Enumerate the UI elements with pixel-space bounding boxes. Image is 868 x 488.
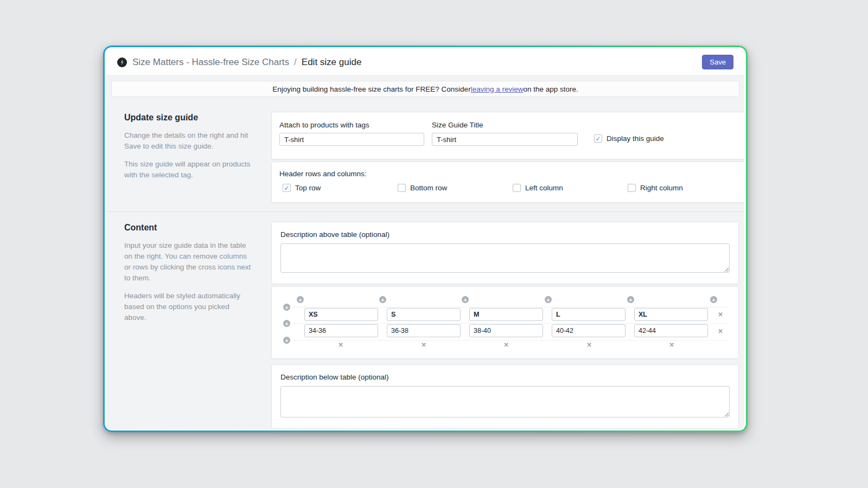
remove-column-icon[interactable]: ✕ bbox=[585, 341, 593, 349]
add-column-icon[interactable]: + bbox=[379, 296, 386, 303]
breadcrumb-separator: / bbox=[294, 57, 297, 68]
window-rim: Size Matters - Hassle-free Size Charts /… bbox=[105, 47, 746, 431]
review-banner: Enjoying building hassle-free size chart… bbox=[111, 81, 739, 97]
breadcrumb-page-title: Edit size guide bbox=[302, 57, 362, 68]
checkbox-icon[interactable]: ✓ bbox=[594, 134, 602, 143]
section-content: Content Input your size guide data in th… bbox=[106, 211, 744, 429]
title-field-group: Size Guide Title bbox=[432, 121, 578, 146]
bottom-row-label: Bottom row bbox=[410, 184, 447, 192]
add-column-icon[interactable]: + bbox=[297, 296, 304, 303]
title-field-label: Size Guide Title bbox=[432, 121, 578, 129]
checkbox-icon[interactable]: ✓ bbox=[398, 184, 406, 192]
main-area: Update size guide Change the details on … bbox=[106, 97, 744, 429]
banner-text-after: on the app store. bbox=[523, 85, 578, 93]
display-guide-group: ✓ Display this guide bbox=[594, 121, 664, 146]
table-cell-input[interactable] bbox=[552, 308, 626, 321]
table-cell-input[interactable] bbox=[304, 308, 378, 321]
add-column-icon[interactable]: + bbox=[627, 296, 634, 303]
content-section-paragraph-2: Headers will be styled automatically bas… bbox=[124, 291, 253, 323]
size-guide-title-input[interactable] bbox=[432, 133, 578, 146]
left-column-label: Left column bbox=[525, 184, 563, 192]
tags-field-group: Attach to products with tags bbox=[279, 121, 424, 146]
app-header: Size Matters - Hassle-free Size Charts /… bbox=[106, 49, 744, 76]
row-divider bbox=[292, 340, 729, 341]
checkbox-icon[interactable]: ✓ bbox=[283, 184, 291, 192]
remove-column-icon[interactable]: ✕ bbox=[420, 341, 427, 349]
save-button[interactable]: Save bbox=[702, 55, 733, 69]
app-window: Size Matters - Hassle-free Size Charts /… bbox=[103, 46, 748, 432]
header-options-card: Header rows and columns: ✓ Top row ✓ Bot… bbox=[271, 162, 744, 203]
table-cell-input[interactable] bbox=[387, 324, 461, 337]
header-options-label: Header rows and columns: bbox=[279, 170, 743, 178]
breadcrumb-app-name[interactable]: Size Matters - Hassle-free Size Charts bbox=[132, 57, 289, 68]
tags-input[interactable] bbox=[279, 133, 424, 146]
remove-column-icon[interactable]: ✕ bbox=[668, 341, 675, 349]
left-column-checkbox[interactable]: ✓ Left column bbox=[513, 184, 628, 192]
table-cell-input[interactable] bbox=[387, 308, 461, 321]
description-above-label: Description above table (optional) bbox=[280, 230, 730, 239]
window-content: Size Matters - Hassle-free Size Charts /… bbox=[106, 49, 744, 429]
top-row-checkbox[interactable]: ✓ Top row bbox=[283, 184, 398, 192]
bottom-row-checkbox[interactable]: ✓ Bottom row bbox=[398, 184, 513, 192]
update-section-paragraph-1: Change the details on the right and hit … bbox=[124, 130, 253, 152]
remove-row-icon[interactable]: ✕ bbox=[717, 311, 724, 318]
table-cell-input[interactable] bbox=[634, 308, 708, 321]
description-below-textarea[interactable] bbox=[280, 386, 730, 418]
table-cell-input[interactable] bbox=[552, 324, 626, 337]
table-cell-input[interactable] bbox=[304, 324, 378, 337]
add-row-icon[interactable]: + bbox=[283, 320, 290, 327]
right-column-label: Right column bbox=[640, 184, 683, 192]
checkbox-icon[interactable]: ✓ bbox=[628, 184, 636, 192]
description-below-card: Description below table (optional) bbox=[271, 364, 739, 429]
content-section-paragraph-1: Input your size guide data in the table … bbox=[124, 240, 253, 284]
add-column-icon[interactable]: + bbox=[710, 296, 717, 303]
row-divider bbox=[292, 307, 729, 307]
guide-settings-card: Attach to products with tags Size Guide … bbox=[271, 112, 744, 159]
table-cell-input[interactable] bbox=[469, 308, 543, 321]
display-guide-label: Display this guide bbox=[607, 134, 664, 143]
header-options-row: ✓ Top row ✓ Bottom row ✓ Left column bbox=[279, 184, 743, 192]
size-table-editor-card: + + + + + + + + + bbox=[271, 286, 739, 359]
remove-column-icon[interactable]: ✕ bbox=[502, 341, 510, 349]
add-column-icon[interactable]: + bbox=[462, 296, 469, 303]
tags-field-label: Attach to products with tags bbox=[279, 121, 424, 129]
row-divider bbox=[292, 323, 729, 324]
remove-row-icon[interactable]: ✕ bbox=[717, 328, 724, 335]
add-row-icon[interactable]: + bbox=[283, 304, 290, 311]
content-section-cards: Description above table (optional) + + + bbox=[271, 222, 744, 429]
remove-column-icon[interactable]: ✕ bbox=[337, 341, 344, 349]
description-above-card: Description above table (optional) bbox=[271, 222, 739, 284]
checkbox-icon[interactable]: ✓ bbox=[513, 184, 521, 192]
banner-text-before: Enjoying building hassle-free size chart… bbox=[272, 85, 470, 93]
table-cell-input[interactable] bbox=[634, 324, 708, 337]
add-row-icon[interactable]: + bbox=[283, 337, 290, 344]
update-section-paragraph-2: This size guide will appear on products … bbox=[124, 159, 253, 181]
content-section-description: Content Input your size guide data in th… bbox=[106, 222, 271, 429]
display-guide-checkbox[interactable]: ✓ Display this guide bbox=[594, 134, 664, 143]
section-update-size-guide: Update size guide Change the details on … bbox=[106, 97, 744, 211]
update-section-description: Update size guide Change the details on … bbox=[106, 112, 271, 203]
description-above-textarea[interactable] bbox=[280, 243, 730, 273]
update-section-title: Update size guide bbox=[124, 113, 253, 123]
content-section-title: Content bbox=[124, 223, 253, 233]
leave-review-link[interactable]: leaving a review bbox=[471, 85, 524, 93]
top-row-label: Top row bbox=[295, 184, 321, 192]
table-cell-input[interactable] bbox=[469, 324, 543, 337]
description-below-label: Description below table (optional) bbox=[280, 373, 730, 381]
update-section-cards: Attach to products with tags Size Guide … bbox=[271, 112, 744, 203]
add-column-icon[interactable]: + bbox=[545, 296, 552, 303]
right-column-checkbox[interactable]: ✓ Right column bbox=[628, 184, 743, 192]
app-logo-icon bbox=[117, 57, 127, 67]
